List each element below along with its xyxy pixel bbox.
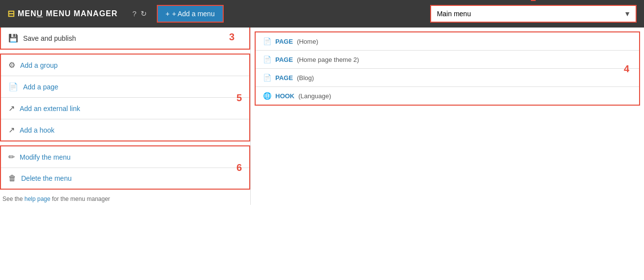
right-panel: 4 📄 PAGE (Home) 📄 PAGE (Home page theme … [251,28,644,205]
page-home-icon: 📄 [263,37,271,45]
menu-entry-blog[interactable]: 📄 PAGE (Blog) [256,69,639,87]
app-title-rest: MENU MANAGER [46,9,117,18]
page-icon: 📄 [8,82,18,91]
add-menu-label: + Add a menu [172,10,215,18]
save-publish-label: Save and publish [23,34,76,42]
menu-brand-icon: ⊟ [7,8,15,19]
label-4: 4 [624,63,629,74]
add-page-row[interactable]: 📄 Add a page [1,76,249,98]
app-title-text: MENU [18,9,43,18]
hook-language-icon: 🌐 [263,92,271,100]
add-hook-label: Add a hook [20,126,55,134]
left-panel: 💾 Save and publish 3 5 ⚙ Add a group 📄 A… [0,28,251,205]
help-link-row: See the help page for the menu manager [0,190,250,205]
add-hook-row[interactable]: ↗ Add a hook [1,119,249,140]
menu-entry-home[interactable]: 📄 PAGE (Home) [256,32,639,51]
label-3: 3 [229,31,234,43]
add-group-row[interactable]: ⚙ Add a group [1,55,249,76]
menu-entry-home-theme2[interactable]: 📄 PAGE (Home page theme 2) [256,51,639,69]
add-external-link-row[interactable]: ↗ Add an external link [1,98,249,119]
top-bar-icons: ? ↻ [132,9,146,18]
menu-entry-language[interactable]: 🌐 Hook (Language) [256,87,639,105]
top-bar: ⊟ MENU MENU MANAGER ? ↻ + + Add a menu 2… [0,0,644,28]
modify-menu-label: Modify the menu [20,153,71,161]
menu-select[interactable]: Main menu Secondary menu Footer menu [431,6,636,22]
add-group-label: Add a group [20,61,58,69]
delete-menu-label: Delete the menu [21,174,72,182]
add-external-link-label: Add an external link [20,105,80,112]
menu-selector-wrapper: 2 Main menu Secondary menu Footer menu ▼ [430,5,637,23]
save-icon: 💾 [8,33,18,43]
external-link-icon: ↗ [8,104,15,113]
modify-menu-row[interactable]: ✏ Modify the menu [1,146,249,168]
refresh-icon[interactable]: ↻ [141,9,147,18]
hook-icon: ↗ [8,125,15,135]
menu-items-list: 4 📄 PAGE (Home) 📄 PAGE (Home page theme … [255,31,640,106]
modify-delete-section: 6 ✏ Modify the menu 🗑 Delete the menu [0,145,250,190]
delete-menu-row[interactable]: 🗑 Delete the menu [1,168,249,189]
help-prefix: See the [2,196,25,202]
group-icon: ⚙ [8,60,15,70]
help-suffix: for the menu manager [50,196,110,202]
page-blog-icon: 📄 [263,74,271,82]
add-icon: + [166,10,170,18]
label-6: 6 [236,162,242,173]
pencil-icon: ✏ [8,152,15,162]
add-menu-button[interactable]: + + Add a menu [157,5,224,23]
label-2: 2 [530,0,536,3]
trash-icon: 🗑 [8,174,16,183]
help-page-link[interactable]: help page [25,196,51,202]
main-content: 💾 Save and publish 3 5 ⚙ Add a group 📄 A… [0,28,644,205]
label-5: 5 [236,92,242,103]
help-icon[interactable]: ? [132,9,136,18]
add-items-section: 5 ⚙ Add a group 📄 Add a page ↗ Add an ex… [0,54,250,141]
page-home2-icon: 📄 [263,56,271,63]
save-publish-row[interactable]: 💾 Save and publish 3 [0,28,250,50]
add-page-label: Add a page [23,83,59,91]
app-title: ⊟ MENU MENU MANAGER [7,8,117,19]
